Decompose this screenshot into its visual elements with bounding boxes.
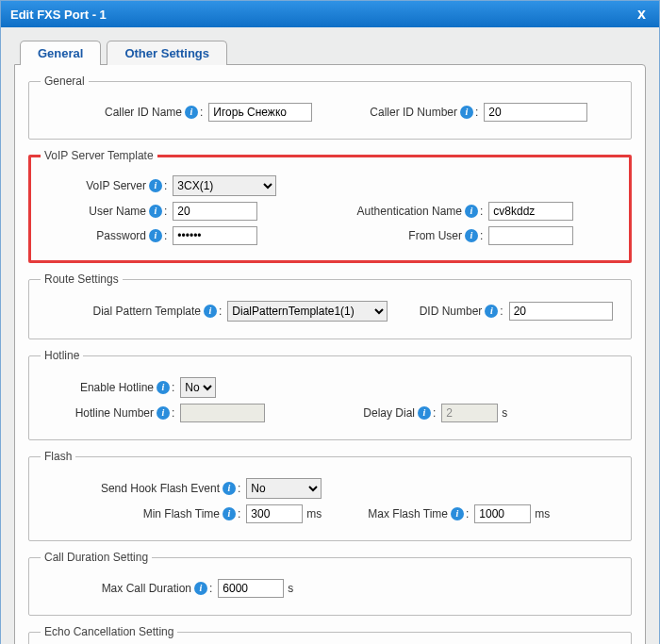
caller-id-number-label: Caller ID Number xyxy=(330,106,457,119)
auth-name-input[interactable] xyxy=(488,202,573,221)
info-icon[interactable]: i xyxy=(157,381,170,394)
password-label: Password xyxy=(41,229,146,242)
info-icon[interactable]: i xyxy=(465,229,478,242)
section-flash: Flash Send Hook Flash Event i: No Min Fl… xyxy=(28,450,632,541)
info-icon[interactable]: i xyxy=(465,205,478,218)
voip-server-label: VoIP Server xyxy=(41,179,146,192)
info-icon[interactable]: i xyxy=(149,229,162,242)
max-call-duration-input[interactable] xyxy=(218,579,284,598)
user-name-input[interactable] xyxy=(173,202,257,221)
auth-name-label: Authentication Name xyxy=(330,205,462,218)
send-hook-flash-select[interactable]: No xyxy=(246,478,322,499)
max-flash-time-label: Max Flash Time xyxy=(330,507,448,520)
caller-id-number-input[interactable] xyxy=(484,103,587,122)
titlebar: Edit FXS Port - 1 x xyxy=(1,1,659,27)
dialog-window: Edit FXS Port - 1 x General Other Settin… xyxy=(0,0,660,644)
info-icon[interactable]: i xyxy=(223,507,236,520)
from-user-input[interactable] xyxy=(488,226,573,245)
dialog-body: General Other Settings General Caller ID… xyxy=(1,27,659,644)
from-user-label: From User xyxy=(330,229,462,242)
info-icon[interactable]: i xyxy=(194,582,207,595)
section-hotline: Hotline Enable Hotline i: No Hotline Num… xyxy=(28,349,632,440)
section-echo-cancellation: Echo Cancellation Setting Enable Echo Ca… xyxy=(28,625,632,644)
section-voip-legend: VoIP Server Template xyxy=(41,149,157,162)
hotline-number-label: Hotline Number xyxy=(41,406,154,420)
password-input[interactable] xyxy=(173,226,257,245)
section-duration-legend: Call Duration Setting xyxy=(41,551,152,564)
window-title: Edit FXS Port - 1 xyxy=(10,8,634,22)
delay-dial-input xyxy=(441,404,498,422)
section-echo-legend: Echo Cancellation Setting xyxy=(41,625,177,638)
info-icon[interactable]: i xyxy=(204,305,217,318)
info-icon[interactable]: i xyxy=(418,406,431,420)
tab-general[interactable]: General xyxy=(20,41,101,65)
caller-id-name-input[interactable] xyxy=(208,103,312,122)
section-route-settings: Route Settings Dial Pattern Template i: … xyxy=(28,272,632,339)
section-general-legend: General xyxy=(41,74,89,88)
section-route-legend: Route Settings xyxy=(41,272,123,286)
info-icon[interactable]: i xyxy=(460,106,473,119)
did-number-label: DID Number xyxy=(388,305,482,318)
info-icon[interactable]: i xyxy=(185,106,198,119)
info-icon[interactable]: i xyxy=(157,406,170,420)
enable-hotline-label: Enable Hotline xyxy=(41,381,154,394)
section-general: General Caller ID Name i: Caller ID Numb… xyxy=(28,74,632,140)
tab-other-settings[interactable]: Other Settings xyxy=(107,41,227,65)
dial-pattern-label: Dial Pattern Template xyxy=(41,305,201,318)
delay-dial-unit: s xyxy=(502,406,507,420)
section-voip-server-template: VoIP Server Template VoIP Server i: 3CX(… xyxy=(28,149,632,263)
section-flash-legend: Flash xyxy=(41,450,75,463)
min-flash-time-unit: ms xyxy=(306,507,322,520)
max-call-duration-unit: s xyxy=(288,582,293,595)
did-number-input[interactable] xyxy=(509,302,613,321)
delay-dial-label: Delay Dial xyxy=(330,406,415,420)
dial-pattern-select[interactable]: DialPatternTemplate1(1) xyxy=(227,301,388,322)
close-button[interactable]: x xyxy=(634,6,650,23)
section-call-duration: Call Duration Setting Max Call Duration … xyxy=(28,551,632,616)
tab-panel-general: General Caller ID Name i: Caller ID Numb… xyxy=(14,64,646,644)
send-hook-flash-label: Send Hook Flash Event xyxy=(41,482,220,495)
caller-id-name-label: Caller ID Name xyxy=(41,106,182,119)
voip-server-select[interactable]: 3CX(1) xyxy=(173,175,276,196)
max-call-duration-label: Max Call Duration xyxy=(41,582,191,595)
min-flash-time-label: Min Flash Time xyxy=(41,507,220,520)
min-flash-time-input[interactable] xyxy=(246,504,303,523)
info-icon[interactable]: i xyxy=(149,179,162,192)
info-icon[interactable]: i xyxy=(485,305,498,318)
max-flash-time-unit: ms xyxy=(535,507,550,520)
info-icon[interactable]: i xyxy=(149,205,162,218)
max-flash-time-input[interactable] xyxy=(474,504,531,523)
info-icon[interactable]: i xyxy=(451,507,464,520)
section-hotline-legend: Hotline xyxy=(41,349,83,362)
info-icon[interactable]: i xyxy=(223,482,236,495)
enable-hotline-select[interactable]: No xyxy=(180,377,216,398)
tab-bar: General Other Settings xyxy=(14,41,646,65)
hotline-number-input xyxy=(180,404,265,422)
user-name-label: User Name xyxy=(41,205,146,218)
